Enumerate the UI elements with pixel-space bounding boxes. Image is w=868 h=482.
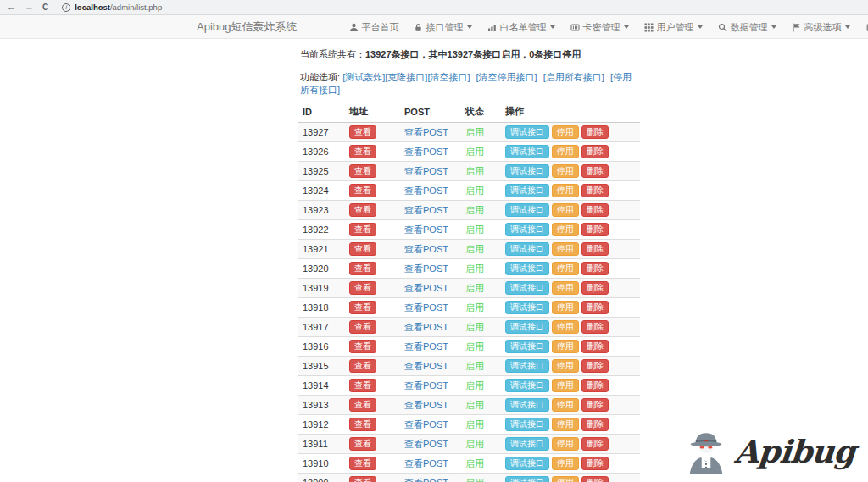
- debug-api-button[interactable]: 调试接口: [505, 418, 549, 431]
- disable-button[interactable]: 停用: [552, 262, 579, 275]
- view-address-button[interactable]: 查看: [349, 262, 376, 275]
- reload-icon[interactable]: C: [42, 3, 48, 12]
- debug-api-button[interactable]: 调试接口: [505, 125, 549, 139]
- view-post-link[interactable]: 查看POST: [404, 166, 448, 176]
- link-clear-api[interactable]: [清空接口]: [427, 72, 470, 82]
- view-post-link[interactable]: 查看POST: [404, 322, 448, 332]
- disable-button[interactable]: 停用: [552, 320, 579, 334]
- view-address-button[interactable]: 查看: [349, 379, 376, 392]
- view-address-button[interactable]: 查看: [349, 242, 376, 256]
- view-post-link[interactable]: 查看POST: [404, 400, 448, 410]
- delete-button[interactable]: 删除: [581, 320, 609, 334]
- nav-item-user-manage[interactable]: 用户管理: [644, 21, 703, 34]
- view-post-link[interactable]: 查看POST: [404, 439, 448, 449]
- debug-api-button[interactable]: 调试接口: [505, 145, 549, 158]
- nav-item-data-manage[interactable]: 数据管理: [718, 21, 776, 34]
- disable-button[interactable]: 停用: [552, 125, 579, 139]
- view-address-button[interactable]: 查看: [349, 184, 376, 197]
- debug-api-button[interactable]: 调试接口: [505, 164, 549, 178]
- disable-button[interactable]: 停用: [552, 437, 579, 451]
- disable-button[interactable]: 停用: [552, 242, 579, 256]
- view-address-button[interactable]: 查看: [349, 418, 376, 431]
- forward-icon[interactable]: →: [25, 3, 34, 12]
- delete-button[interactable]: 删除: [581, 125, 609, 139]
- link-clear-disabled-api[interactable]: [清空停用接口]: [476, 72, 537, 82]
- delete-button[interactable]: 删除: [581, 164, 609, 178]
- delete-button[interactable]: 删除: [581, 457, 609, 470]
- debug-api-button[interactable]: 调试接口: [505, 242, 549, 256]
- debug-api-button[interactable]: 调试接口: [505, 320, 549, 334]
- disable-button[interactable]: 停用: [552, 203, 579, 217]
- view-post-link[interactable]: 查看POST: [404, 205, 448, 215]
- view-post-link[interactable]: 查看POST: [404, 263, 448, 274]
- view-address-button[interactable]: 查看: [349, 398, 376, 412]
- disable-button[interactable]: 停用: [552, 301, 579, 314]
- view-post-link[interactable]: 查看POST: [404, 458, 448, 468]
- view-address-button[interactable]: 查看: [349, 301, 376, 314]
- view-address-button[interactable]: 查看: [349, 145, 376, 158]
- disable-button[interactable]: 停用: [552, 418, 579, 431]
- nav-item-api-manage[interactable]: 接口管理: [414, 21, 472, 34]
- view-address-button[interactable]: 查看: [349, 125, 376, 139]
- link-enable-all-api[interactable]: [启用所有接口]: [543, 72, 604, 82]
- view-post-link[interactable]: 查看POST: [404, 283, 448, 293]
- page-info-icon[interactable]: i: [62, 3, 70, 12]
- disable-button[interactable]: 停用: [552, 281, 579, 295]
- disable-button[interactable]: 停用: [552, 223, 579, 236]
- view-post-link[interactable]: 查看POST: [404, 147, 448, 157]
- delete-button[interactable]: 删除: [581, 476, 609, 482]
- view-address-button[interactable]: 查看: [349, 203, 376, 217]
- disable-button[interactable]: 停用: [552, 379, 579, 392]
- debug-api-button[interactable]: 调试接口: [505, 379, 549, 392]
- delete-button[interactable]: 删除: [581, 262, 609, 275]
- disable-button[interactable]: 停用: [552, 340, 579, 353]
- view-address-button[interactable]: 查看: [349, 359, 376, 373]
- view-post-link[interactable]: 查看POST: [404, 186, 448, 196]
- disable-button[interactable]: 停用: [552, 476, 579, 482]
- delete-button[interactable]: 删除: [581, 281, 609, 295]
- nav-item-advanced-options[interactable]: 高级选项: [792, 21, 850, 34]
- address-bar[interactable]: i localhost/admin/list.php: [62, 3, 162, 12]
- link-clone-api[interactable]: [克隆接口]: [385, 72, 427, 82]
- view-post-link[interactable]: 查看POST: [404, 341, 448, 352]
- view-post-link[interactable]: 查看POST: [404, 302, 448, 313]
- debug-api-button[interactable]: 调试接口: [505, 457, 549, 470]
- delete-button[interactable]: 删除: [581, 145, 609, 158]
- debug-api-button[interactable]: 调试接口: [505, 359, 549, 373]
- delete-button[interactable]: 删除: [581, 437, 609, 451]
- disable-button[interactable]: 停用: [552, 164, 579, 178]
- delete-button[interactable]: 删除: [581, 359, 609, 373]
- view-address-button[interactable]: 查看: [349, 281, 376, 295]
- delete-button[interactable]: 删除: [581, 340, 609, 353]
- view-address-button[interactable]: 查看: [349, 437, 376, 451]
- delete-button[interactable]: 删除: [581, 418, 609, 431]
- debug-api-button[interactable]: 调试接口: [505, 281, 549, 295]
- disable-button[interactable]: 停用: [552, 398, 579, 412]
- delete-button[interactable]: 删除: [581, 398, 609, 412]
- debug-api-button[interactable]: 调试接口: [505, 223, 549, 236]
- debug-api-button[interactable]: 调试接口: [505, 398, 549, 412]
- disable-button[interactable]: 停用: [552, 457, 579, 470]
- delete-button[interactable]: 删除: [581, 203, 609, 217]
- view-post-link[interactable]: 查看POST: [404, 478, 448, 482]
- delete-button[interactable]: 删除: [581, 379, 609, 392]
- debug-api-button[interactable]: 调试接口: [505, 262, 549, 275]
- delete-button[interactable]: 删除: [581, 242, 609, 256]
- view-address-button[interactable]: 查看: [349, 223, 376, 236]
- brand-title[interactable]: Apibug短信轰炸系统: [197, 19, 297, 35]
- delete-button[interactable]: 删除: [581, 184, 609, 197]
- disable-button[interactable]: 停用: [552, 359, 579, 373]
- view-post-link[interactable]: 查看POST: [404, 224, 448, 235]
- view-post-link[interactable]: 查看POST: [404, 419, 448, 429]
- view-post-link[interactable]: 查看POST: [404, 380, 448, 391]
- debug-api-button[interactable]: 调试接口: [505, 340, 549, 353]
- view-address-button[interactable]: 查看: [349, 340, 376, 353]
- disable-button[interactable]: 停用: [552, 145, 579, 158]
- delete-button[interactable]: 删除: [581, 223, 609, 236]
- disable-button[interactable]: 停用: [552, 184, 579, 197]
- url-text[interactable]: localhost/admin/list.php: [75, 3, 162, 12]
- debug-api-button[interactable]: 调试接口: [505, 184, 549, 197]
- delete-button[interactable]: 删除: [581, 301, 609, 314]
- debug-api-button[interactable]: 调试接口: [505, 203, 549, 217]
- debug-api-button[interactable]: 调试接口: [505, 301, 549, 314]
